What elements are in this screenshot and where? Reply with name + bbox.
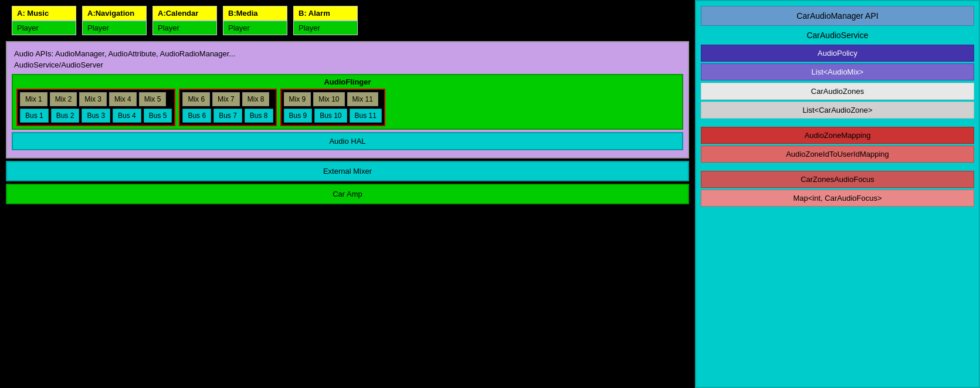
bus-1: Bus 1	[20, 109, 49, 123]
map-car-audio-focus-row: Map<int, CarAudioFocus>	[701, 190, 974, 207]
bus-3: Bus 3	[82, 109, 110, 123]
mix-row-2: Mix 6 Mix 7 Mix 8	[182, 92, 273, 106]
mix-bus-groups: Mix 1 Mix 2 Mix 3 Mix 4 Mix 5 Bus 1 Bus …	[16, 89, 679, 126]
audio-flinger-label: AudioFlinger	[16, 77, 679, 86]
app-label-alarm: B: Alarm	[293, 6, 358, 21]
bus-2: Bus 2	[51, 109, 80, 123]
external-mixer-container: External Mixer	[6, 161, 689, 181]
bus-row-3: Bus 9 Bus 10 Bus 11	[284, 109, 382, 123]
car-zones-audio-focus-row: CarZonesAudioFocus	[701, 171, 974, 188]
mix-5: Mix 5	[139, 92, 167, 106]
bus-9: Bus 9	[284, 109, 313, 123]
right-panel: CarAudioManager API CarAudioService Audi…	[695, 0, 980, 388]
mix-4: Mix 4	[109, 92, 137, 106]
car-audio-service-title: CarAudioService	[701, 28, 974, 42]
car-amp-container: Car Amp	[6, 184, 689, 204]
audio-zone-mapping-row: AudioZoneMapping	[701, 127, 974, 144]
bus-5: Bus 5	[144, 109, 172, 123]
mix-2: Mix 2	[50, 92, 77, 106]
player-label-music: Player	[12, 21, 76, 35]
bus-7: Bus 7	[213, 109, 242, 123]
player-label-media: Player	[223, 21, 287, 35]
mix-group-2: Mix 6 Mix 7 Mix 8 Bus 6 Bus 7 Bus 8	[179, 89, 276, 126]
main-diagram: A: Music Player A:Navigation Player A:Ca…	[0, 0, 695, 388]
bus-8: Bus 8	[245, 109, 273, 123]
car-audio-zones-section: CarAudioZones List<CarAudioZone>	[701, 83, 974, 119]
audio-hal-container: Audio HAL	[12, 132, 683, 150]
mix-10: Mix 10	[313, 92, 344, 106]
audio-policy-section: AudioPolicy List<AudioMix>	[701, 45, 974, 80]
mix-group-3: Mix 9 Mix 10 Mix 11 Bus 9 Bus 10 Bus 11	[280, 89, 385, 126]
bus-6: Bus 6	[182, 109, 211, 123]
app-player-calendar: A:Calendar Player	[152, 6, 217, 35]
mix-3: Mix 3	[79, 92, 107, 106]
app-player-alarm: B: Alarm Player	[293, 6, 358, 35]
bus-row-1: Bus 1 Bus 2 Bus 3 Bus 4 Bus 5	[20, 109, 172, 123]
mix-11: Mix 11	[347, 92, 378, 106]
app-label-media: B:Media	[223, 6, 287, 21]
audio-zone-id-to-user-row: AudioZoneIdToUserIdMapping	[701, 146, 974, 163]
list-audio-mix-row: List<AudioMix>	[701, 63, 974, 80]
list-car-audio-zone-row: List<CarAudioZone>	[701, 102, 974, 119]
app-player-media: B:Media Player	[223, 6, 287, 35]
audio-zone-mapping-section: AudioZoneMapping AudioZoneIdToUserIdMapp…	[701, 127, 974, 163]
audio-service-label: AudioService/AudioServer	[12, 59, 683, 72]
car-amp-label: Car Amp	[333, 190, 362, 198]
mix-row-3: Mix 9 Mix 10 Mix 11	[284, 92, 382, 106]
app-label-navigation: A:Navigation	[82, 6, 147, 21]
audio-stack-container: Audio APIs: AudioManager, AudioAttribute…	[6, 41, 689, 158]
bus-4: Bus 4	[113, 109, 141, 123]
mix-7: Mix 7	[212, 92, 240, 106]
mix-9: Mix 9	[284, 92, 311, 106]
mix-row-1: Mix 1 Mix 2 Mix 3 Mix 4 Mix 5	[20, 92, 172, 106]
bus-11: Bus 11	[350, 109, 382, 123]
mix-1: Mix 1	[20, 92, 48, 106]
bus-10: Bus 10	[314, 109, 347, 123]
app-label-music: A: Music	[12, 6, 76, 21]
external-mixer-label: External Mixer	[323, 167, 372, 176]
mix-group-1: Mix 1 Mix 2 Mix 3 Mix 4 Mix 5 Bus 1 Bus …	[16, 89, 175, 126]
audio-apis-label: Audio APIs: AudioManager, AudioAttribute…	[12, 47, 683, 59]
app-player-music: A: Music Player	[12, 6, 76, 35]
mix-6: Mix 6	[182, 92, 210, 106]
audio-flinger-container: AudioFlinger Mix 1 Mix 2 Mix 3 Mix 4 Mix…	[12, 74, 683, 130]
mix-8: Mix 8	[242, 92, 270, 106]
app-label-calendar: A:Calendar	[152, 6, 217, 21]
audio-policy-row: AudioPolicy	[701, 45, 974, 62]
car-audio-manager-api-title: CarAudioManager API	[701, 6, 974, 26]
car-zones-audio-focus-section: CarZonesAudioFocus Map<int, CarAudioFocu…	[701, 171, 974, 207]
car-audio-zones-row: CarAudioZones	[701, 83, 974, 100]
bus-row-2: Bus 6 Bus 7 Bus 8	[182, 109, 273, 123]
player-label-navigation: Player	[82, 21, 147, 35]
player-label-alarm: Player	[293, 21, 358, 35]
player-label-calendar: Player	[152, 21, 217, 35]
app-players-row: A: Music Player A:Navigation Player A:Ca…	[12, 6, 689, 35]
audio-hal-label: Audio HAL	[329, 137, 365, 146]
app-player-navigation: A:Navigation Player	[82, 6, 147, 35]
